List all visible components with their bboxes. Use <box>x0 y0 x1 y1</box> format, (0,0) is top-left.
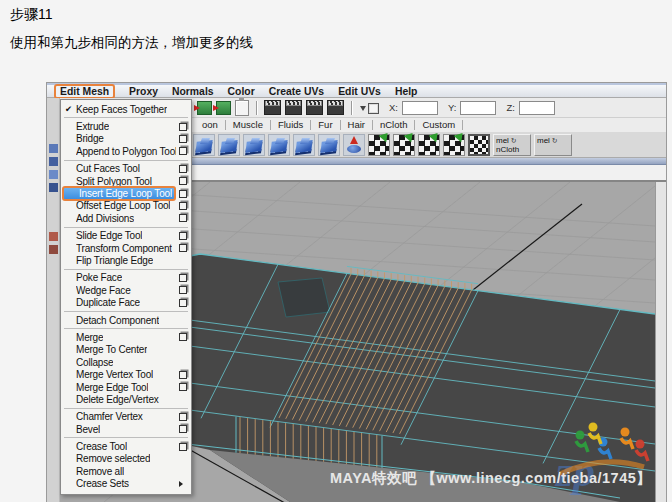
toolbox-icon[interactable] <box>49 245 58 254</box>
menu-item-bridge[interactable]: Bridge <box>61 133 191 145</box>
menu-item-merge-edge-tool[interactable]: Merge Edge Tool <box>61 381 191 393</box>
menu-item-label: Flip Triangle Edge <box>76 255 153 266</box>
shelf-polygon-icon-1[interactable] <box>218 134 240 156</box>
menu-item-main: Crease Tool <box>61 440 176 452</box>
menu-item-extrude[interactable]: Extrude <box>61 120 191 132</box>
shelf-tab-custom[interactable]: Custom <box>415 120 463 130</box>
menu-item-delete-edge-vertex[interactable]: Delete Edge/Vertex <box>61 393 191 405</box>
menu-item-chamfer-vertex[interactable]: Chamfer Vertex <box>61 411 191 423</box>
option-box-icon[interactable] <box>176 147 190 155</box>
menu-item-slide-edge-tool[interactable]: Slide Edge Tool <box>61 230 191 242</box>
y-input[interactable] <box>460 101 496 115</box>
menubar-item-create-uvs[interactable]: Create UVs <box>269 86 324 97</box>
option-box-icon[interactable] <box>176 371 190 379</box>
clipboard-icon[interactable] <box>235 100 249 116</box>
option-box-icon[interactable] <box>176 286 190 294</box>
menu-item-crease-sets[interactable]: Crease Sets <box>61 478 191 490</box>
render-view-icon[interactable] <box>264 100 281 115</box>
z-input[interactable] <box>519 101 555 115</box>
shelf-ncloth-icon-8[interactable] <box>393 134 415 156</box>
menu-item-insert-edge-loop-tool[interactable]: Insert Edge Loop Tool <box>61 187 191 199</box>
menu-item-remove-all[interactable]: Remove all <box>61 465 191 477</box>
option-box-icon[interactable] <box>176 333 190 341</box>
menu-item-remove-selected[interactable]: Remove selected <box>61 453 191 465</box>
shelf-tab-muscle[interactable]: Muscle <box>226 120 271 130</box>
option-box-icon[interactable] <box>176 202 190 210</box>
shelf-ncloth-icon-7[interactable] <box>368 134 390 156</box>
menu-item-label: Merge <box>76 332 103 343</box>
menu-item-main: ✔Keep Faces Together <box>61 103 176 115</box>
shelf-tab-hair[interactable]: Hair <box>341 120 373 130</box>
menu-item-duplicate-face[interactable]: Duplicate Face <box>61 296 191 308</box>
menu-item-append-to-polygon-tool[interactable]: Append to Polygon Tool <box>61 145 191 157</box>
option-box-icon[interactable] <box>176 413 190 421</box>
toolbox-icon[interactable] <box>49 232 58 241</box>
menu-item-cut-faces-tool[interactable]: Cut Faces Tool <box>61 163 191 175</box>
ipr-render-icon[interactable] <box>306 100 323 115</box>
option-box-icon[interactable] <box>176 190 190 198</box>
shelf-ncloth-active-icon-11[interactable] <box>468 134 490 156</box>
option-box-icon[interactable] <box>176 383 190 391</box>
toolbox-icon[interactable] <box>49 144 58 153</box>
selection-mask-dropdown-icon[interactable] <box>359 101 381 115</box>
menu-item-bevel[interactable]: Bevel <box>61 423 191 435</box>
toolbox-icon[interactable] <box>49 183 58 192</box>
shelf-ncloth-icon-10[interactable] <box>443 134 465 156</box>
import-green-icon[interactable] <box>216 101 231 115</box>
option-box-icon[interactable] <box>176 232 190 240</box>
option-box-icon[interactable] <box>176 123 190 131</box>
menu-item-wedge-face[interactable]: Wedge Face <box>61 284 191 296</box>
shelf-tab-ncloth[interactable]: nCloth <box>373 120 415 130</box>
shelf-polygon-icon-0[interactable] <box>193 134 215 156</box>
menu-item-offset-edge-loop-tool[interactable]: Offset Edge Loop Tool <box>61 200 191 212</box>
option-box-icon[interactable] <box>176 425 190 433</box>
menu-item-merge-to-center[interactable]: Merge To Center <box>61 344 191 356</box>
option-box-glyph <box>179 135 187 143</box>
option-box-icon[interactable] <box>176 214 190 222</box>
menu-item-collapse[interactable]: Collapse <box>61 356 191 368</box>
menubar-item-edit-uvs[interactable]: Edit UVs <box>338 86 381 97</box>
mel-label: mel ↻ <box>537 136 569 145</box>
menubar-item-proxy[interactable]: Proxy <box>129 86 158 97</box>
menu-item-crease-tool[interactable]: Crease Tool <box>61 440 191 452</box>
option-box-glyph <box>179 202 187 210</box>
shelf-tab-fluids[interactable]: Fluids <box>271 120 311 130</box>
option-box-icon[interactable] <box>176 299 190 307</box>
menu-item-merge[interactable]: Merge <box>61 331 191 343</box>
option-box-icon[interactable] <box>176 274 190 282</box>
shelf-mel-button-13[interactable]: mel ↻ <box>534 134 572 156</box>
menubar-item-edit-mesh[interactable]: Edit Mesh <box>54 84 115 99</box>
menu-item-merge-vertex-tool[interactable]: Merge Vertex Tool <box>61 368 191 380</box>
x-input[interactable] <box>402 101 438 115</box>
shelf-polygon-icon-2[interactable] <box>243 134 265 156</box>
shelf-polygon-icon-4[interactable] <box>293 134 315 156</box>
option-box-icon[interactable] <box>176 244 190 252</box>
shelf-tab-oon[interactable]: oon <box>195 120 226 130</box>
option-box-icon[interactable] <box>176 165 190 173</box>
toolbox-icon[interactable] <box>49 170 58 179</box>
render-settings-icon[interactable] <box>327 100 344 115</box>
shelf-mel-button-12[interactable]: mel ↻nCloth <box>493 134 531 156</box>
shelf-polygon-icon-3[interactable] <box>268 134 290 156</box>
menu-item-poke-face[interactable]: Poke Face <box>61 272 191 284</box>
option-box-icon[interactable] <box>176 135 190 143</box>
menu-item-add-divisions[interactable]: Add Divisions <box>61 212 191 224</box>
menubar-item-normals[interactable]: Normals <box>172 86 214 97</box>
menubar-item-help[interactable]: Help <box>395 86 418 97</box>
menubar-item-color[interactable]: Color <box>228 86 255 97</box>
toolbox-icon[interactable] <box>49 157 58 166</box>
shelf-ncloth-icon-9[interactable] <box>418 134 440 156</box>
shelf-polygon-icon-5[interactable] <box>318 134 340 156</box>
submenu-arrow-icon <box>176 481 190 487</box>
menu-item-detach-component[interactable]: Detach Component <box>61 314 191 326</box>
menu-item-flip-triangle-edge[interactable]: Flip Triangle Edge <box>61 254 191 266</box>
shelf-soft-select-icon-6[interactable] <box>343 134 365 156</box>
option-box-icon[interactable] <box>176 443 190 451</box>
shelf-tab-fur[interactable]: Fur <box>311 120 340 130</box>
render-current-frame-icon[interactable] <box>285 100 302 115</box>
menu-item-keep-faces-together[interactable]: ✔Keep Faces Together <box>61 103 191 115</box>
menu-item-transform-component[interactable]: Transform Component <box>61 242 191 254</box>
export-green-icon[interactable] <box>197 101 212 115</box>
menu-item-label: Merge To Center <box>76 344 147 355</box>
option-box-icon[interactable] <box>176 177 190 185</box>
